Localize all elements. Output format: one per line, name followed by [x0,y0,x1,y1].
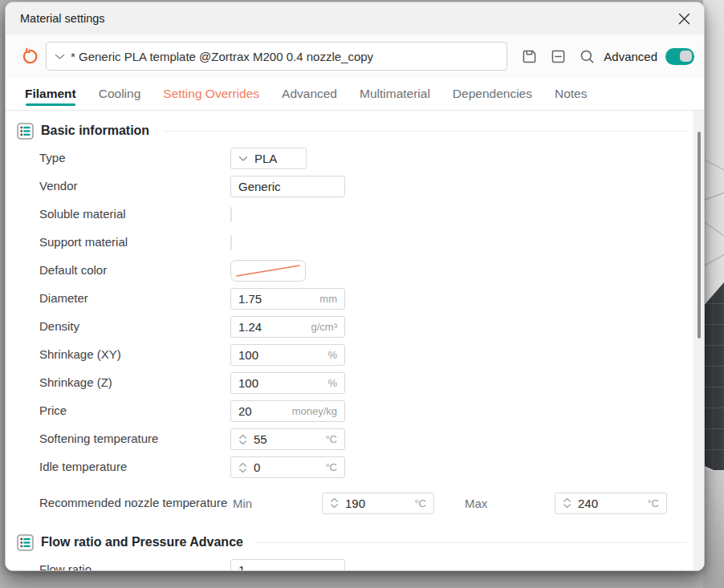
softening-temperature-value: 55 [254,432,267,446]
scrollbar-track[interactable] [693,111,704,570]
field-label: Vendor [39,178,230,194]
spinner-arrows-icon[interactable] [563,497,571,509]
type-dropdown[interactable]: PLA [230,148,307,169]
diameter-value: 1.75 [238,292,262,306]
reset-preset-button[interactable] [18,46,39,67]
section-divider [163,131,686,132]
idle-temperature-spinner[interactable]: 0 °C [230,456,345,478]
field-label: Shrinkage (XY) [39,347,230,363]
flow-ratio-input[interactable]: 1 [230,559,345,570]
price-value: 20 [238,404,252,418]
nozzle-temperature-min-spinner[interactable]: 190 °C [322,493,434,514]
delete-preset-button[interactable] [547,46,568,67]
row-vendor: Vendor Generic [6,172,704,201]
density-unit: g/cm³ [307,321,338,333]
shrinkage-xy-value: 100 [238,348,258,362]
spinner-arrows-icon[interactable] [330,497,339,509]
no-color-diagonal-icon [235,263,301,278]
support-material-checkbox[interactable] [230,235,232,250]
row-softening-temperature: Softening temperature 55 °C [6,425,704,453]
field-label: Type [39,150,230,166]
nozzle-temperature-max-value: 240 [578,497,598,510]
price-unit: money/kg [287,405,337,417]
shrinkage-z-unit: % [323,377,337,389]
diameter-input[interactable]: 1.75 mm [230,288,345,310]
spinner-arrows-icon[interactable] [238,433,247,446]
softening-temperature-unit: °C [320,433,337,445]
row-shrinkage-z: Shrinkage (Z) 100 % [6,369,704,397]
nozzle-temperature-max-unit: °C [642,497,659,509]
preset-combobox[interactable]: * Generic PLA template @Zortrax M200 0.4… [46,42,507,71]
row-price: Price 20 money/kg [6,397,704,425]
background-sketch-lines [703,140,724,289]
titlebar: Material settings [6,2,704,34]
spinner-arrows-icon[interactable] [238,461,247,474]
shrinkage-z-input[interactable]: 100 % [230,372,345,394]
search-settings-button[interactable] [576,46,597,67]
advanced-mode-toggle[interactable] [665,48,694,65]
row-soluble-material: Soluble material [6,201,704,229]
diameter-unit: mm [315,293,337,305]
row-flow-ratio: Flow ratio 1 [6,556,704,570]
row-density: Density 1.24 g/cm³ [6,313,704,341]
background-floor [703,470,724,588]
close-button[interactable] [672,6,696,30]
price-input[interactable]: 20 money/kg [230,400,345,422]
field-label: Flow ratio [39,562,230,570]
vendor-input[interactable]: Generic [230,176,345,197]
tab-advanced[interactable]: Advanced [282,87,337,110]
undo-icon [20,47,39,66]
search-icon [578,47,596,66]
advanced-mode-label: Advanced [604,50,657,63]
list-section-icon [17,534,34,551]
field-label: Diameter [39,290,230,306]
shrinkage-xy-input[interactable]: 100 % [230,344,345,366]
field-label: Density [39,318,230,335]
row-default-color: Default color [6,257,704,285]
row-type: Type PLA [6,144,704,172]
field-label: Softening temperature [39,431,230,447]
preset-name: * Generic PLA template @Zortrax M200 0.4… [71,50,373,63]
max-label: Max [465,497,555,510]
tab-setting-overrides[interactable]: Setting Overrides [163,87,259,110]
material-settings-dialog: Material settings * Generic PLA template… [5,2,705,571]
density-input[interactable]: 1.24 g/cm³ [230,316,345,338]
soluble-material-checkbox[interactable] [230,207,232,222]
field-label: Shrinkage (Z) [39,375,230,391]
min-label: Min [230,497,322,510]
tab-filament[interactable]: Filament [25,87,76,110]
save-preset-button[interactable] [519,46,539,67]
field-label: Recommended nozzle temperature [39,495,230,511]
minus-box-icon [549,47,567,66]
density-value: 1.24 [238,320,262,334]
settings-panel: Basic information Type PLA Vendor Generi… [6,111,704,570]
section-basic-information: Basic information [17,120,686,142]
tab-notes[interactable]: Notes [555,87,588,110]
field-label: Support material [39,234,230,250]
close-icon [678,13,690,25]
preset-toolbar: * Generic PLA template @Zortrax M200 0.4… [6,34,704,78]
toggle-knob [680,51,692,62]
row-nozzle-temperature: Recommended nozzle temperature Min 190 °… [6,481,704,525]
scrollbar-thumb[interactable] [698,132,701,339]
default-color-picker[interactable] [230,260,306,282]
background-build-plate [703,282,724,475]
chevron-down-icon [238,156,248,162]
nozzle-temperature-max-spinner[interactable]: 240 °C [555,493,667,514]
row-support-material: Support material [6,229,704,257]
field-label: Soluble material [39,206,230,222]
field-label: Price [39,403,230,419]
softening-temperature-spinner[interactable]: 55 °C [230,428,345,450]
window-title: Material settings [20,12,105,25]
list-section-icon [17,123,34,140]
tab-dependencies[interactable]: Dependencies [453,87,532,110]
tab-multimaterial[interactable]: Multimaterial [360,87,430,110]
field-label: Default color [39,262,230,278]
section-title: Flow ratio and Pressure Advance [41,535,243,549]
save-icon [520,47,539,66]
nozzle-temperature-min-value: 190 [345,497,365,510]
background-app [703,0,724,588]
settings-tabs: Filament Cooling Setting Overrides Advan… [6,78,704,111]
vendor-value: Generic [238,180,281,193]
tab-cooling[interactable]: Cooling [99,87,141,110]
